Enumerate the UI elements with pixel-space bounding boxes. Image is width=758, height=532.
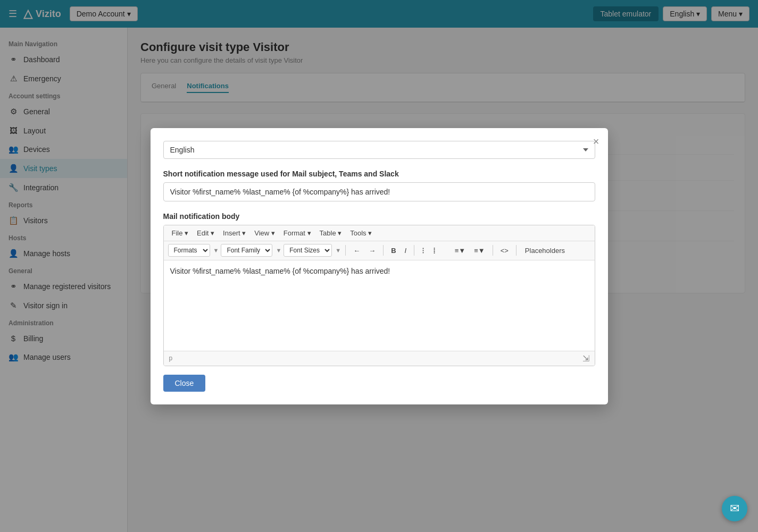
italic-button[interactable]: I (402, 245, 410, 256)
menu-view[interactable]: View ▾ (251, 227, 279, 239)
undo-button[interactable]: ← (350, 245, 363, 256)
sep2 (383, 245, 384, 256)
redo-button[interactable]: → (365, 245, 379, 256)
align-right-button[interactable] (441, 244, 449, 257)
mail-notification-label: Mail notification body (163, 212, 595, 221)
menu-format[interactable]: Format ▾ (280, 227, 315, 239)
close-button[interactable]: Close (163, 375, 206, 392)
menu-edit[interactable]: Edit ▾ (193, 227, 218, 239)
modal-overlay: × English Short notification message use… (0, 0, 758, 532)
placeholders-button[interactable]: Placeholders (521, 245, 569, 256)
sep1 (345, 245, 346, 256)
font-sizes-arrow: ▼ (335, 247, 341, 254)
chat-bubble[interactable]: ✉ (722, 496, 747, 521)
editor-status: p ⇲ (164, 351, 595, 366)
align-left-button[interactable]: ⁝ (419, 244, 428, 257)
font-family-arrow: ▼ (276, 247, 281, 254)
formats-select[interactable]: Formats (168, 244, 210, 257)
ordered-list-button[interactable]: ≡▼ (452, 245, 469, 256)
editor-content: Visitor %first_name% %last_name% {of %co… (170, 267, 390, 275)
bold-button[interactable]: B (388, 245, 399, 256)
formats-arrow: ▼ (213, 247, 219, 254)
short-notification-label: Short notification message used for Mail… (163, 170, 595, 178)
editor-menubar: File ▾ Edit ▾ Insert ▾ View ▾ Format ▾ T… (164, 225, 595, 241)
editor-wrapper: File ▾ Edit ▾ Insert ▾ View ▾ Format ▾ T… (163, 225, 595, 366)
editor-status-tag: p (169, 354, 173, 362)
language-select[interactable]: English (163, 141, 595, 159)
modal-close-button[interactable]: × (593, 136, 599, 148)
sep5 (516, 245, 517, 256)
code-button[interactable]: <> (497, 245, 512, 256)
unordered-list-button[interactable]: ≡▼ (471, 245, 488, 256)
menu-tools[interactable]: Tools ▾ (346, 227, 376, 239)
align-center-button[interactable]: ⁞ (430, 244, 439, 257)
editor-body[interactable]: Visitor %first_name% %last_name% {of %co… (164, 260, 595, 351)
menu-insert[interactable]: Insert ▾ (219, 227, 249, 239)
sep4 (493, 245, 493, 256)
font-sizes-select[interactable]: Font Sizes (284, 244, 332, 257)
menu-file[interactable]: File ▾ (168, 227, 193, 239)
chat-icon: ✉ (730, 502, 739, 516)
menu-table[interactable]: Table ▾ (316, 227, 346, 239)
sep3 (414, 245, 414, 256)
subject-input[interactable] (163, 182, 595, 201)
modal: × English Short notification message use… (151, 128, 608, 404)
font-family-select[interactable]: Font Family (221, 244, 272, 257)
editor-resize-icon: ⇲ (582, 353, 589, 364)
editor-toolbar: Formats ▼ Font Family ▼ Font Sizes ▼ ← →… (164, 241, 595, 260)
